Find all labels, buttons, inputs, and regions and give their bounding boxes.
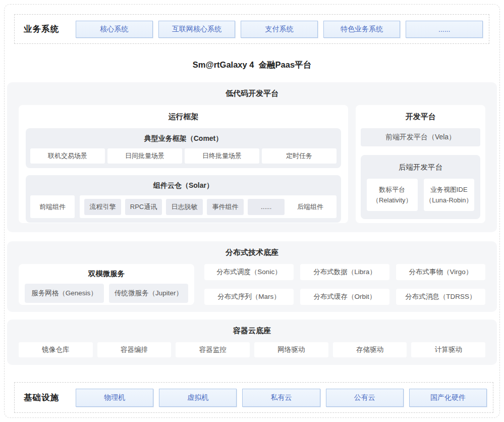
business-system-special[interactable]: 特色业务系统 [323,21,401,38]
infra-public-cloud[interactable]: 公有云 [326,389,404,407]
solar-frontend-component[interactable]: 前端组件 [30,195,75,218]
page-title: Sm@rtGalaxy 4 金融Paas平台 [0,60,504,71]
image-registry[interactable]: 镜像仓库 [19,342,93,357]
dev-platform-panel: 开发平台 前端开发平台（Vela） 后端开发平台 数标平台 （Relativit… [356,105,485,223]
comet-scheduled-task[interactable]: 定时任务 [262,148,337,164]
runtime-framework-title: 运行框架 [26,112,341,122]
distributed-base-title: 分布式技术底座 [19,248,485,257]
solar-process-engine[interactable]: 流程引擎 [84,199,121,215]
comet-online-transaction[interactable]: 联机交易场景 [30,148,105,164]
compute-driver[interactable]: 计算驱动 [411,342,485,357]
frontend-dev-platform-vela[interactable]: 前端开发平台（Vela） [361,128,480,146]
traditional-microservice-jupiter[interactable]: 传统微服务（Jupiter） [109,284,188,303]
backend-dev-platform-box: 后端开发平台 数标平台 （Relativity） 业务视图IDE （Luna-R… [361,155,480,219]
container-orchestration[interactable]: 容器编排 [97,342,172,357]
distributed-transaction-virgo[interactable]: 分布式事物（Virgo） [396,264,485,280]
container-cloud-section: 容器云底座 镜像仓库 容器编排 容器监控 网络驱动 存储驱动 计算驱动 [7,320,497,365]
infrastructure-label: 基础设施 [22,392,70,403]
solar-component-title: 组件云仓（Solar） [30,181,337,190]
distributed-services-grid: 分布式调度（Sonic） 分布式数据（Libra） 分布式事物（Virgo） 分… [204,264,485,305]
runtime-framework-panel: 运行框架 典型业务框架（Comet） 联机交易场景 日间批量场景 日终批量场景 … [19,105,348,223]
business-systems-label: 业务系统 [22,24,70,35]
distributed-cache-orbit[interactable]: 分布式缓存（Orbit） [300,289,389,305]
network-driver[interactable]: 网络驱动 [254,342,328,357]
solar-event-component[interactable]: 事件组件 [207,199,244,215]
distributed-scheduling-sonic[interactable]: 分布式调度（Sonic） [204,264,294,280]
comet-eod-batch[interactable]: 日终批量场景 [185,148,259,164]
architecture-diagram: 业务系统 核心系统 互联网核心系统 支付系统 特色业务系统 ...... Sm@… [0,0,504,422]
solar-backend-component-label: 后端组件 [289,202,332,212]
comet-framework-title: 典型业务框架（Comet） [30,134,337,143]
data-standard-platform-relativity[interactable]: 数标平台 （Relativity） [367,179,418,211]
container-monitoring[interactable]: 容器监控 [176,342,250,357]
dual-mode-microservice-panel: 双模微服务 服务网格（Genesis） 传统微服务（Jupiter） [19,264,194,305]
infrastructure-group: 基础设施 物理机 虚拟机 私有云 公有云 国产化硬件 [14,382,493,413]
distributed-base-section: 分布式技术底座 双模微服务 服务网格（Genesis） 传统微服务（Jupite… [7,241,497,312]
dual-mode-microservice-title: 双模微服务 [25,269,188,279]
infra-domestic-hardware[interactable]: 国产化硬件 [409,389,487,407]
solar-rpc-comm[interactable]: RPC通讯 [125,199,162,215]
business-system-core[interactable]: 核心系统 [76,21,153,38]
storage-driver[interactable]: 存储驱动 [333,342,407,357]
infra-private-cloud[interactable]: 私有云 [242,389,320,407]
lowcode-platform-title: 低代码开发平台 [19,89,485,98]
backend-dev-platform-title: 后端开发平台 [367,163,474,172]
lowcode-platform-section: 低代码开发平台 运行框架 典型业务框架（Comet） 联机交易场景 日间批量场景… [7,82,497,232]
business-system-internet-core[interactable]: 互联网核心系统 [158,21,236,38]
solar-component-box: 组件云仓（Solar） 前端组件 流程引擎 RPC通讯 日志脱敏 事件组件 ..… [26,175,341,223]
container-cloud-title: 容器云底座 [19,326,485,336]
business-view-ide-luna-robin[interactable]: 业务视图IDE （Luna-Robin） [424,179,475,211]
business-system-payment[interactable]: 支付系统 [241,21,318,38]
solar-log-masking[interactable]: 日志脱敏 [166,199,203,215]
solar-backend-panel: 流程引擎 RPC通讯 日志脱敏 事件组件 ...... 后端组件 [80,195,337,218]
distributed-sequence-mars[interactable]: 分布式序列（Mars） [204,289,294,305]
infra-virtual-machine[interactable]: 虚拟机 [159,389,237,407]
comet-intraday-batch[interactable]: 日间批量场景 [107,148,182,164]
business-system-more[interactable]: ...... [406,21,483,38]
infra-physical-machine[interactable]: 物理机 [76,389,153,407]
distributed-message-tdrss[interactable]: 分布式消息（TDRSS） [396,289,485,305]
service-mesh-genesis[interactable]: 服务网格（Genesis） [25,284,104,303]
solar-more[interactable]: ...... [248,199,285,215]
comet-framework-box: 典型业务框架（Comet） 联机交易场景 日间批量场景 日终批量场景 定时任务 [26,128,341,168]
business-systems-group: 业务系统 核心系统 互联网核心系统 支付系统 特色业务系统 ...... [14,14,489,44]
distributed-data-libra[interactable]: 分布式数据（Libra） [300,264,389,280]
dev-platform-title: 开发平台 [361,112,480,122]
